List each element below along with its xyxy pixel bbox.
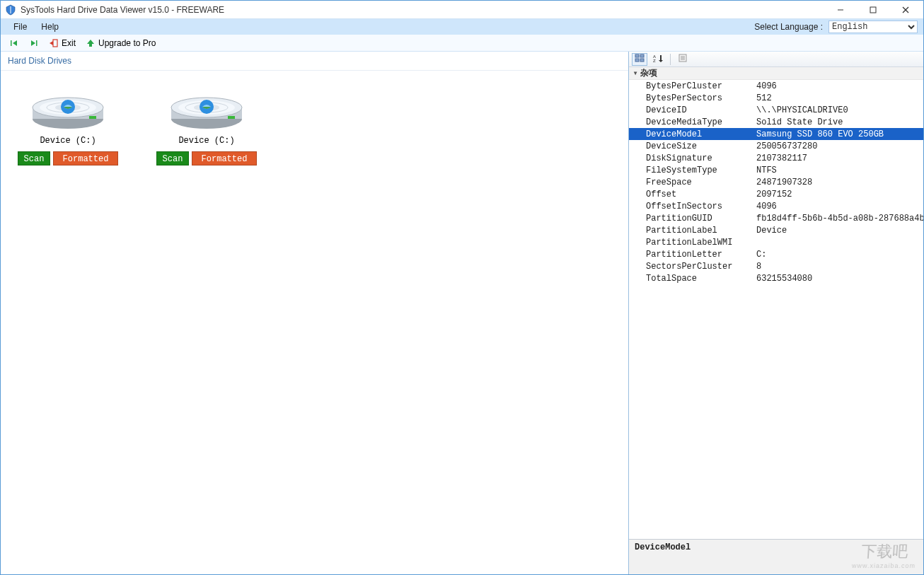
nav-first-button[interactable] [6,37,22,50]
drive-label: Device (C:) [15,136,121,146]
property-value: 2107382117 [756,153,923,163]
window-title: SysTools Hard Drive Data Viewer v15.0 - … [21,5,224,15]
property-row[interactable]: PartitionGUIDfb18d4ff-5b6b-4b5d-a08b-287… [629,212,923,224]
property-key: TotalSpace [629,274,756,284]
property-row[interactable]: PartitionLabelWMI [629,236,923,248]
drive-buttons: Scan Formatted [15,151,121,165]
formatted-button[interactable]: Formatted [192,151,257,165]
upgrade-button[interactable]: Upgrade to Pro [83,37,158,50]
property-row[interactable]: OffsetInSectors4096 [629,200,923,212]
toolbar-separator [670,54,671,65]
right-panel: AZ ▾杂项BytesPerCluster4096BytesPerSectors… [629,52,923,574]
language-select[interactable]: English [828,21,918,33]
svg-marker-6 [31,40,35,46]
nav-last-icon [29,38,39,48]
select-language-label: Select Language : [754,22,823,32]
svg-marker-5 [13,40,17,46]
property-row[interactable]: DeviceMediaTypeSolid State Drive [629,116,923,128]
property-grid[interactable]: ▾杂项BytesPerCluster4096BytesPerSectors512… [629,67,923,539]
property-row[interactable]: DeviceModelSamsung SSD 860 EVO 250GB [629,128,923,140]
property-pages-button[interactable] [675,53,691,66]
property-category-row[interactable]: ▾杂项 [629,67,923,80]
left-panel-header: Hard Disk Drives [1,52,628,70]
property-row[interactable]: BytesPerSectors512 [629,92,923,104]
property-key: BytesPerSectors [629,93,756,103]
collapse-toggle-icon[interactable]: ▾ [630,68,640,79]
property-key: PartitionLabel [629,226,756,236]
property-key: FreeSpace [629,178,756,187]
categorized-icon [635,54,645,64]
property-value: 250056737280 [756,141,923,151]
property-value: Samsung SSD 860 EVO 250GB [756,129,923,139]
drive-item[interactable]: Device (C:) Scan Formatted [15,78,121,165]
app-icon [5,4,16,16]
menubar: File Help Select Language : English [1,19,923,35]
svg-rect-26 [228,116,235,119]
property-value: \\.\PHYSICALDRIVE0 [756,105,923,115]
menu-file[interactable]: File [6,21,34,33]
property-row[interactable]: PartitionLetterC: [629,248,923,260]
property-value: C: [756,250,923,260]
maximize-button[interactable] [857,1,889,19]
drive-item[interactable]: Device (C:) Scan Formatted [154,78,260,165]
scan-button[interactable]: Scan [156,151,189,165]
alphabetical-icon: AZ [653,54,663,64]
left-panel: Hard Disk Drives Device (C:) Scan Format… [1,52,629,574]
close-button[interactable] [889,1,922,19]
property-key: PartitionLabelWMI [629,238,756,248]
svg-rect-7 [36,40,37,46]
property-value: 512 [756,93,923,103]
property-description-panel: DeviceModel [629,539,923,574]
property-key: Offset [629,190,756,199]
property-value: 2097152 [756,190,923,199]
exit-icon [49,38,59,48]
svg-marker-33 [659,55,663,62]
svg-rect-30 [640,59,644,62]
property-value: 8 [756,262,923,272]
category-label: 杂项 [640,67,657,79]
svg-rect-8 [53,40,57,47]
categorized-view-button[interactable] [632,53,647,66]
property-row[interactable]: DiskSignature2107382117 [629,152,923,164]
drive-buttons: Scan Formatted [154,151,260,165]
hard-drive-icon [29,86,107,132]
property-row[interactable]: DeviceID\\.\PHYSICALDRIVE0 [629,104,923,116]
property-value: NTFS [756,165,923,175]
exit-label: Exit [62,38,76,48]
property-row[interactable]: PartitionLabelDevice [629,224,923,236]
alphabetical-view-button[interactable]: AZ [650,53,666,66]
svg-marker-9 [50,41,53,45]
property-value: fb18d4ff-5b6b-4b5d-a08b-287688a4bedf [756,214,923,223]
property-row[interactable]: DeviceSize250056737280 [629,140,923,152]
property-key: OffsetInSectors [629,202,756,211]
svg-rect-4 [11,40,12,46]
formatted-button[interactable]: Formatted [53,151,118,165]
svg-text:Z: Z [653,59,656,62]
svg-rect-27 [635,54,639,57]
property-key: DeviceID [629,105,756,115]
property-row[interactable]: FreeSpace24871907328 [629,176,923,188]
property-key: SectorsPerCluster [629,262,756,272]
svg-marker-10 [87,40,94,47]
main: Hard Disk Drives Device (C:) Scan Format… [1,52,923,574]
upgrade-icon [86,38,96,48]
menu-help[interactable]: Help [34,21,66,33]
property-row[interactable]: FileSystemTypeNTFS [629,164,923,176]
property-key: DeviceMediaType [629,117,756,127]
svg-rect-29 [635,59,639,62]
property-row[interactable]: Offset2097152 [629,188,923,200]
property-row[interactable]: BytesPerCluster4096 [629,80,923,92]
window-controls [824,1,922,19]
upgrade-label: Upgrade to Pro [98,38,156,48]
minimize-button[interactable] [824,1,857,19]
exit-button[interactable]: Exit [46,37,79,50]
property-row[interactable]: SectorsPerCluster8 [629,260,923,272]
property-row[interactable]: TotalSpace63215534080 [629,272,923,284]
toolbar: Exit Upgrade to Pro [1,35,923,52]
property-key: DiskSignature [629,153,756,163]
svg-rect-1 [870,7,876,13]
drive-label: Device (C:) [154,136,260,146]
scan-button[interactable]: Scan [18,151,50,165]
property-grid-toolbar: AZ [629,52,923,67]
nav-last-button[interactable] [26,37,42,50]
